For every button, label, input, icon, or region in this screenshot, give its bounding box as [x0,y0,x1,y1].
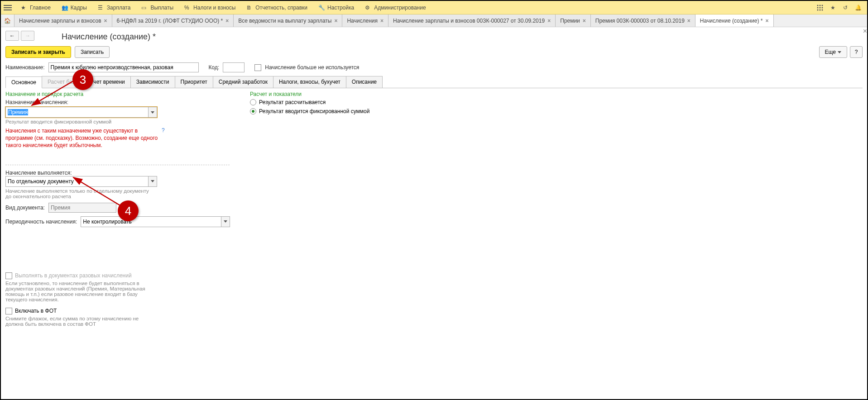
nav-nalogi[interactable]: %Налоги и взносы [179,1,241,14]
onceoff-hint: Если установлено, то начисление будет вы… [5,281,146,302]
apps-icon[interactable] [814,1,826,14]
tab-4[interactable]: Начисление зарплаты и взносов 00ЗК-00002… [388,14,556,27]
period-input[interactable] [81,216,221,227]
home-tab[interactable]: 🏠 [1,14,14,27]
dropdown-btn[interactable] [148,176,157,187]
nav-kadry[interactable]: 👥Кадры [56,1,92,14]
radio-calc-label: Результат рассчитывается [259,99,326,105]
close-icon[interactable]: × [380,18,384,24]
save-button[interactable]: Записать [75,46,110,58]
star-icon: ★ [21,5,27,11]
tab-5[interactable]: Премии× [556,14,591,27]
close-icon[interactable]: × [334,18,337,24]
radio-fixed[interactable]: Результат вводится фиксированной суммой [250,108,467,114]
code-label: Код: [209,64,220,71]
doc-icon: 🗎 [246,5,253,11]
exec-input[interactable] [5,176,148,187]
star-fav-icon[interactable]: ★ [826,1,839,14]
dropdown-btn[interactable] [148,107,157,118]
nav-back-button[interactable]: ← [5,31,19,41]
tab-7[interactable]: Начисление (создание) *× [695,14,774,27]
nav-otchet[interactable]: 🗎Отчетность, справки [241,1,313,14]
more-button[interactable]: Еще [819,46,847,58]
bell-icon[interactable]: 🔔 [852,1,864,14]
close-icon[interactable]: × [687,18,691,24]
close-icon[interactable]: × [583,18,586,24]
close-icon[interactable]: × [547,18,551,24]
radio-calc[interactable]: Результат рассчитывается [250,99,467,105]
svg-point-2 [822,5,823,6]
unused-checkbox[interactable] [254,64,261,71]
tab-6[interactable]: Премия 00ЗК-000003 от 08.10.2019× [591,14,695,27]
assign-label: Назначение начисления: [5,99,232,105]
name-label: Наименование: [5,64,45,71]
section-assign: Назначение и порядок расчета [5,91,232,97]
close-icon[interactable]: × [765,18,768,24]
onceoff-label: Выполнять в документах разовых начислени… [15,272,132,279]
top-nav: ★Главное 👥Кадры ☰Зарплата ▭Выплаты %Нало… [1,1,867,14]
close-page-icon[interactable]: × [863,27,867,35]
doctab-avg[interactable]: Средний заработок [213,76,273,88]
tab-1[interactable]: 6-НДФЛ за 2019 г. (ЛОФТ СТУДИО ООО) *× [112,14,234,27]
nav-main[interactable]: ★Главное [15,1,56,14]
doctab-main[interactable]: Основное [5,76,42,88]
annotation-3: 3 [72,69,93,90]
chevron-down-icon [151,111,154,114]
svg-point-3 [817,7,819,8]
period-label: Периодичность начисления: [5,219,77,225]
fot-checkbox[interactable] [5,308,12,314]
help-hint-icon[interactable]: ? [162,127,165,133]
code-input[interactable] [223,62,245,72]
nav-admin[interactable]: ⚙Администрирование [360,1,431,14]
doctype-input [48,203,116,213]
doc-tabs: Основное Расчет базы Учет времени Зависи… [5,76,863,88]
exec-label: Начисление выполняется: [5,170,72,176]
radio-fixed-label: Результат вводится фиксированной суммой [259,108,369,114]
fot-hint: Снимите флажок, если сумма по этому начи… [5,316,141,327]
svg-point-8 [822,9,823,10]
exec-dropdown[interactable] [5,176,157,187]
svg-point-7 [820,9,821,10]
svg-point-0 [817,5,819,6]
unused-label: Начисление больше не используется [265,64,359,71]
burger-menu-icon[interactable] [4,5,12,10]
exec-hint: Начисление выполняется только по отдельн… [5,188,150,199]
nav-zarplata[interactable]: ☰Зарплата [92,1,136,14]
section-calc: Расчет и показатели [250,91,467,97]
close-icon[interactable]: × [225,18,229,24]
assign-dropdown[interactable]: Премия [5,107,157,118]
dropdown-btn[interactable] [221,216,230,227]
svg-point-1 [820,5,821,6]
svg-point-5 [822,7,823,8]
wrench-icon: 🔧 [318,5,325,11]
gear-icon: ⚙ [365,5,371,11]
nav-forward-button[interactable]: → [21,31,34,41]
annotation-4: 4 [118,200,139,221]
name-input[interactable] [48,62,199,72]
help-button[interactable]: ? [850,46,863,58]
tab-2[interactable]: Все ведомости на выплату зарплаты× [234,14,342,27]
close-icon[interactable]: × [104,18,107,24]
doctab-desc[interactable]: Описание [346,76,383,88]
period-dropdown[interactable] [81,216,230,227]
wallet-icon: ▭ [141,5,148,11]
percent-icon: % [184,5,191,11]
tab-3[interactable]: Начисления× [342,14,388,27]
separator [5,165,230,165]
save-close-button[interactable]: Записать и закрыть [5,46,71,58]
people-icon: 👥 [62,5,68,11]
history-icon[interactable]: ↺ [839,1,852,14]
svg-point-6 [817,9,819,10]
doctab-dep[interactable]: Зависимости [130,76,175,88]
doctab-tax[interactable]: Налоги, взносы, бухучет [273,76,346,88]
assign-input[interactable]: Премия [5,107,148,118]
radio-dot-icon [250,99,256,105]
tab-0[interactable]: Начисление зарплаты и взносов× [14,14,112,27]
tab-bar: 🏠 Начисление зарплаты и взносов× 6-НДФЛ … [1,14,867,27]
doctab-prio[interactable]: Приоритет [175,76,213,88]
nav-nastroyka[interactable]: 🔧Настройка [313,1,360,14]
onceoff-checkbox [5,272,12,279]
doctype-label: Вид документа: [5,205,45,211]
assign-hint: Результат вводится фиксированной суммой [5,119,232,124]
nav-vyplaty[interactable]: ▭Выплаты [136,1,179,14]
